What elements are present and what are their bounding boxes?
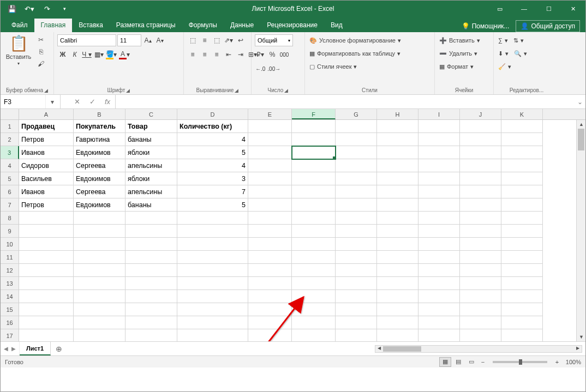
cell[interactable] bbox=[248, 316, 292, 329]
fx-button[interactable]: fx bbox=[100, 95, 115, 108]
row-header[interactable]: 7 bbox=[1, 198, 19, 212]
italic-button[interactable]: К bbox=[69, 49, 80, 60]
cell[interactable] bbox=[418, 172, 460, 185]
cell[interactable]: Покупатель bbox=[74, 120, 125, 133]
cell[interactable] bbox=[460, 238, 501, 251]
cell[interactable] bbox=[418, 329, 460, 341]
autosum-button[interactable]: ∑▾ ⇅▾ bbox=[497, 34, 528, 46]
border-button[interactable]: ▦▾ bbox=[93, 49, 104, 60]
cell[interactable] bbox=[418, 212, 460, 225]
cell[interactable] bbox=[460, 159, 501, 172]
cell[interactable] bbox=[460, 225, 501, 238]
cell[interactable] bbox=[248, 172, 292, 185]
cell[interactable] bbox=[74, 225, 125, 238]
cell[interactable] bbox=[377, 159, 418, 172]
cell[interactable] bbox=[292, 238, 336, 251]
copy-button[interactable]: ⎘ bbox=[35, 46, 46, 57]
cell[interactable] bbox=[248, 198, 292, 212]
cell[interactable] bbox=[460, 212, 501, 225]
align-center-button[interactable]: ≡ bbox=[199, 49, 210, 60]
cell[interactable] bbox=[177, 290, 248, 303]
cell[interactable] bbox=[377, 290, 418, 303]
cell[interactable] bbox=[248, 238, 292, 251]
cell[interactable] bbox=[125, 290, 177, 303]
zoom-slider-thumb[interactable] bbox=[519, 359, 522, 365]
fill-color-button[interactable]: 🪣▾ bbox=[105, 49, 117, 60]
cell[interactable] bbox=[19, 277, 74, 290]
cell[interactable] bbox=[248, 146, 292, 159]
cell[interactable] bbox=[336, 264, 377, 277]
cell[interactable] bbox=[19, 290, 74, 303]
cell[interactable] bbox=[292, 198, 336, 212]
cell[interactable]: Гаврютина bbox=[74, 133, 125, 146]
cell[interactable] bbox=[292, 303, 336, 316]
cell[interactable] bbox=[125, 303, 177, 316]
cell[interactable] bbox=[248, 225, 292, 238]
cell[interactable] bbox=[74, 212, 125, 225]
cell[interactable]: 7 bbox=[177, 185, 248, 198]
cell[interactable] bbox=[336, 120, 377, 133]
vscroll-thumb[interactable] bbox=[578, 129, 584, 150]
format-as-table-button[interactable]: ▦Форматировать как таблицу ▾ bbox=[308, 47, 402, 59]
sheet-nav[interactable]: ◀ ▶ bbox=[1, 342, 20, 355]
share-button[interactable]: 👤 Общий доступ bbox=[516, 20, 580, 32]
cell[interactable] bbox=[336, 172, 377, 185]
row-header[interactable]: 13 bbox=[1, 277, 19, 290]
cell[interactable] bbox=[74, 329, 125, 341]
save-icon[interactable]: 💾 bbox=[4, 1, 20, 16]
cell[interactable] bbox=[177, 251, 248, 264]
cell[interactable] bbox=[336, 185, 377, 198]
cell[interactable] bbox=[377, 329, 418, 341]
zoom-out-button[interactable]: − bbox=[479, 359, 487, 365]
cell[interactable] bbox=[377, 146, 418, 159]
cell[interactable] bbox=[292, 172, 336, 185]
column-header[interactable]: B bbox=[74, 109, 125, 119]
column-header[interactable]: C bbox=[125, 109, 177, 119]
font-size-input[interactable] bbox=[117, 34, 141, 46]
cell[interactable] bbox=[460, 316, 501, 329]
cell[interactable] bbox=[501, 212, 543, 225]
row-header[interactable]: 2 bbox=[1, 133, 19, 146]
row-header[interactable]: 17 bbox=[1, 329, 19, 341]
cell[interactable] bbox=[292, 159, 336, 172]
cell[interactable] bbox=[418, 159, 460, 172]
cell[interactable] bbox=[177, 238, 248, 251]
bold-button[interactable]: Ж bbox=[57, 49, 68, 60]
cell[interactable] bbox=[501, 146, 543, 159]
cell[interactable] bbox=[460, 133, 501, 146]
close-button[interactable]: ✕ bbox=[561, 1, 585, 17]
cell[interactable] bbox=[19, 238, 74, 251]
cell[interactable] bbox=[177, 329, 248, 341]
cell[interactable] bbox=[418, 251, 460, 264]
cell[interactable] bbox=[460, 172, 501, 185]
cancel-formula-button[interactable]: ✕ bbox=[69, 95, 85, 108]
row-header[interactable]: 5 bbox=[1, 172, 19, 185]
cell[interactable] bbox=[460, 251, 501, 264]
cell[interactable] bbox=[336, 238, 377, 251]
row-header[interactable]: 4 bbox=[1, 159, 19, 172]
cell[interactable] bbox=[377, 133, 418, 146]
row-header[interactable]: 14 bbox=[1, 290, 19, 303]
view-normal-button[interactable]: ▦ bbox=[439, 357, 451, 367]
minimize-button[interactable]: — bbox=[512, 1, 536, 17]
number-format-select[interactable]: Общий▾ bbox=[255, 34, 293, 46]
cell[interactable] bbox=[501, 159, 543, 172]
underline-button[interactable]: Ч ▾ bbox=[81, 49, 92, 60]
name-box-dropdown[interactable]: ▾ bbox=[45, 95, 58, 108]
cell[interactable] bbox=[501, 303, 543, 316]
cell[interactable] bbox=[74, 290, 125, 303]
scroll-up-button[interactable]: ▲ bbox=[577, 120, 585, 129]
formula-expand-button[interactable]: ⌄ bbox=[575, 95, 585, 108]
cell[interactable]: апельсины bbox=[125, 185, 177, 198]
formula-input[interactable] bbox=[116, 95, 575, 108]
decrease-decimal-button[interactable]: .00→ bbox=[267, 63, 281, 74]
cell[interactable]: 5 bbox=[177, 146, 248, 159]
currency-button[interactable]: ₽▾ bbox=[255, 49, 266, 60]
cell[interactable] bbox=[460, 264, 501, 277]
cell[interactable] bbox=[125, 225, 177, 238]
cell[interactable]: Сидоров bbox=[19, 159, 74, 172]
scroll-down-button[interactable]: ▼ bbox=[577, 333, 585, 341]
cell[interactable] bbox=[248, 329, 292, 341]
cell[interactable] bbox=[336, 198, 377, 212]
cell[interactable] bbox=[460, 277, 501, 290]
